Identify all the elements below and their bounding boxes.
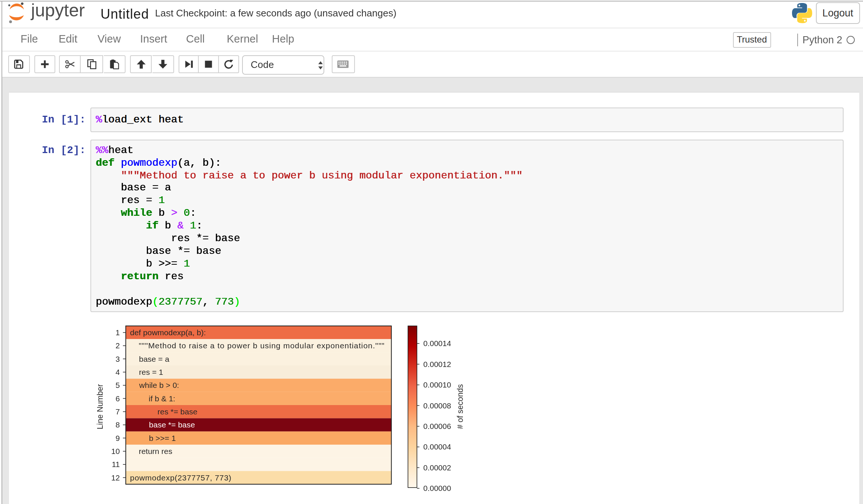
svg-text:0.00006: 0.00006 (423, 422, 451, 430)
svg-text:3: 3 (115, 355, 120, 363)
svg-text:12: 12 (111, 473, 120, 482)
svg-text:4: 4 (115, 368, 120, 376)
svg-text:powmodexp(2377757, 773): powmodexp(2377757, 773) (130, 473, 232, 482)
svg-text:res *= base: res *= base (158, 407, 198, 416)
svg-text:base = a: base = a (139, 355, 169, 363)
svg-text:6: 6 (115, 394, 120, 403)
svg-text:0.00010: 0.00010 (423, 380, 451, 389)
svg-text:def powmodexp(a, b):: def powmodexp(a, b): (130, 328, 206, 337)
svg-text:0.00008: 0.00008 (423, 401, 451, 410)
svg-text:7: 7 (115, 407, 120, 416)
svg-text:11: 11 (112, 460, 120, 469)
svg-text:0.00002: 0.00002 (423, 463, 451, 472)
svg-text:0.00012: 0.00012 (423, 360, 451, 368)
svg-text:base *= base: base *= base (149, 420, 195, 429)
svg-text:8: 8 (115, 420, 120, 429)
svg-text:if b & 1:: if b & 1: (149, 394, 175, 403)
svg-text:0.00014: 0.00014 (423, 339, 451, 348)
svg-text:b >>= 1: b >>= 1 (149, 434, 176, 442)
svg-text:0.00000: 0.00000 (423, 484, 451, 492)
svg-text:2: 2 (115, 341, 120, 350)
svg-text:5: 5 (115, 381, 120, 389)
svg-text:0.00004: 0.00004 (423, 442, 451, 451)
svg-text:"""Method to raise a to power: """Method to raise a to power b using mo… (139, 341, 384, 350)
svg-text:return res: return res (139, 447, 172, 455)
svg-text:Line Number: Line Number (96, 384, 104, 429)
svg-text:10: 10 (111, 447, 120, 455)
svg-text:res = 1: res = 1 (139, 368, 163, 376)
svg-text:9: 9 (115, 434, 120, 442)
svg-text:# of seconds: # of seconds (456, 384, 464, 429)
svg-text:while b > 0:: while b > 0: (139, 381, 179, 389)
svg-text:1: 1 (115, 328, 120, 337)
